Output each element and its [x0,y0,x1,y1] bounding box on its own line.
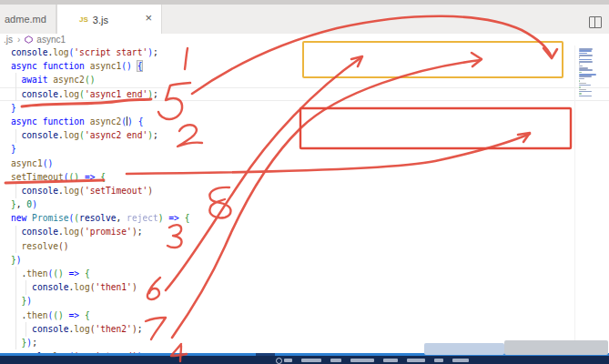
vscode-window: adme.md JS 3.js × .js › async1 console.l… [0,0,609,364]
code-line[interactable]: resolve() [0,239,573,253]
code-line[interactable]: await async2() [0,73,573,86]
tab-3js[interactable]: JS 3.js × [56,5,162,35]
split-editor-icon[interactable] [589,16,602,28]
tab-3js-label: 3.js [93,15,108,25]
video-tooltip-preview [504,340,608,355]
minimap-line [579,74,596,76]
tab-bar: adme.md JS 3.js × [0,5,609,34]
minimap-line [579,72,582,74]
code-line[interactable]: console.log('script start'); [0,46,573,59]
minimap-line [579,67,588,69]
code-line[interactable]: console.log('setTimeout') [0,184,573,197]
breadcrumb-symbol[interactable]: async1 [36,35,66,45]
code-line[interactable]: console.log('async2 end'); [0,128,573,142]
minimap-line [579,91,592,93]
close-icon[interactable]: × [145,12,152,25]
minimap-line [579,66,583,67]
minimap-line [579,63,580,65]
minimap-line [579,56,580,58]
video-control-text-blur [301,359,321,362]
video-control-text-blur [284,359,292,362]
minimap-line [579,80,580,82]
minimap-line [579,89,586,91]
code-line[interactable]: console.log('then2'); [0,322,573,336]
minimap-line [579,85,591,86]
video-control-text-blur [330,359,341,362]
symbol-icon [25,35,33,44]
minimap-line [579,53,587,55]
code-line[interactable]: console.log('then1') [0,280,573,294]
javascript-file-icon: JS [79,15,88,24]
code-line[interactable]: .then(() => { [0,267,573,280]
code-line[interactable]: }, 0) [0,197,573,211]
minimap-line [579,69,593,71]
minimap[interactable] [579,48,606,97]
minimap-line [579,48,593,50]
code-line[interactable]: console.log('async1 end'); [0,87,573,101]
minimap-line [579,59,592,61]
tab-readme[interactable]: adme.md [0,5,56,34]
tab-readme-label: adme.md [5,14,46,25]
minimap-line [579,86,581,88]
code-line[interactable]: .then(() => { [0,308,573,322]
video-control-text-blur [350,359,374,362]
minimap-line [579,55,593,56]
code-line[interactable]: async function async2() { [0,115,573,128]
minimap-line [579,96,592,97]
video-control-icon[interactable] [276,358,282,364]
video-control-text-blur [383,359,398,362]
code-area[interactable]: console.log('script start');async functi… [0,46,573,363]
minimap-line [579,50,592,52]
code-line[interactable]: new Promise((resolve, reject) => { [0,211,573,225]
video-control-text-blur [452,359,469,362]
minimap-divider [574,46,575,353]
chevron-right-icon: › [17,35,20,45]
video-tooltip [424,343,504,355]
video-control-text-blur [434,359,443,362]
minimap-line [579,76,592,77]
minimap-line [579,78,584,80]
code-line[interactable]: async1() [0,157,573,170]
breadcrumb-file[interactable]: .js [4,35,13,45]
minimap-line [579,83,586,85]
code-line[interactable]: } [0,142,573,156]
minimap-line [579,93,582,95]
code-line[interactable]: async function async1() { [0,59,573,73]
video-control-text-blur [407,359,425,362]
code-line[interactable]: }) [0,253,573,267]
code-line[interactable]: } [0,101,573,115]
breadcrumb: .js › async1 [0,34,609,46]
code-line[interactable]: }) [0,294,573,308]
code-line[interactable]: setTimeout(() => { [0,170,573,184]
code-line[interactable]: console.log('promise'); [0,225,573,238]
minimap-line [579,61,593,63]
